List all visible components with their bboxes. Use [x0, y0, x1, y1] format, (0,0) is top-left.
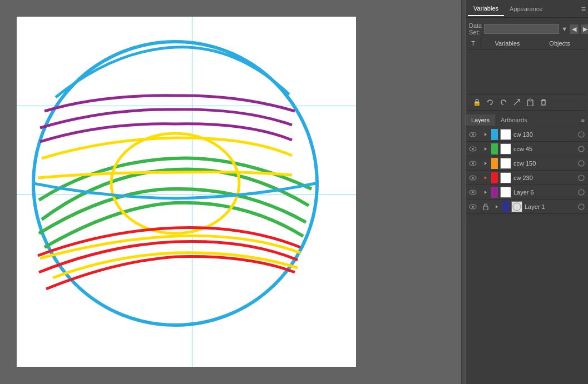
layer-color-ccw45 — [491, 143, 498, 154]
data-set-row: Data Set: ▼ ◀ ▶ — [468, 20, 586, 38]
layer-vis-cw230[interactable] — [466, 175, 480, 181]
svg-point-18 — [472, 148, 474, 150]
layer-target-ccw150[interactable] — [575, 160, 588, 167]
layer-row-layer6[interactable]: Layer 6 — [466, 185, 588, 200]
layer-target-ccw45[interactable] — [575, 146, 588, 152]
svg-point-14 — [472, 133, 474, 136]
layer-name-ccw150: ccw 150 — [513, 160, 575, 167]
layer-thumb-layer1 — [511, 201, 522, 212]
panel-tabs: Variables Appearance ≡ — [466, 0, 588, 18]
svg-point-30 — [472, 191, 474, 193]
layer-name-ccw45: ccw 45 — [513, 146, 575, 152]
variables-panel: Data Set: ▼ ◀ ▶ T Variables Objects 🔒 — [466, 18, 588, 113]
tab-layers[interactable]: Layers — [466, 114, 495, 126]
svg-marker-27 — [485, 176, 487, 179]
undo-icon[interactable] — [485, 97, 496, 108]
svg-rect-9 — [542, 101, 545, 105]
data-set-dropdown-arrow[interactable]: ▼ — [561, 26, 567, 32]
tab-artboards[interactable]: Artboards — [495, 114, 533, 126]
layer-color-layer1 — [502, 201, 509, 212]
svg-point-34 — [472, 206, 474, 208]
data-set-label: Data Set: — [469, 22, 482, 36]
tab-appearance[interactable]: Appearance — [504, 2, 548, 16]
layer-vis-ccw45[interactable] — [466, 146, 480, 152]
layer-row-cw130[interactable]: cw 130 — [466, 127, 588, 142]
layers-tabs: Layers Artboards ≡ — [466, 113, 588, 127]
layer-vis-layer1[interactable] — [466, 204, 480, 210]
svg-point-28 — [579, 175, 584, 181]
svg-marker-19 — [485, 147, 487, 151]
layer-thumb-cw230 — [500, 172, 511, 183]
layer-thumb-cw130 — [500, 129, 511, 140]
nav-prev-button[interactable]: ◀ — [570, 24, 579, 34]
layer-thumb-ccw45 — [500, 143, 511, 154]
layer-expand-cw130[interactable] — [480, 132, 491, 137]
layer-color-ccw150 — [491, 158, 498, 169]
layer-target-layer1[interactable] — [575, 203, 588, 210]
svg-point-0 — [33, 42, 317, 325]
layer-color-cw230 — [491, 172, 498, 183]
svg-point-16 — [579, 132, 584, 137]
layer-expand-ccw150[interactable] — [480, 161, 491, 166]
layer-color-layer6 — [491, 187, 498, 198]
layer-row-ccw45[interactable]: ccw 45 — [466, 142, 588, 156]
layer-target-cw230[interactable] — [575, 174, 588, 181]
var-col-t: T — [468, 38, 481, 49]
svg-point-1 — [111, 133, 239, 233]
layer-color-cw130 — [491, 129, 498, 140]
clipboard-icon[interactable] — [525, 97, 536, 108]
layer-vis-ccw150[interactable] — [466, 161, 480, 166]
svg-point-22 — [472, 162, 474, 164]
svg-line-4 — [514, 99, 520, 105]
layer-row-layer1[interactable]: Layer 1 — [466, 200, 588, 214]
svg-point-26 — [472, 177, 474, 179]
link-icon[interactable] — [511, 97, 522, 108]
panel-menu-button[interactable]: ≡ — [581, 4, 586, 13]
layers-panel: Layers Artboards ≡ cw 130 — [466, 113, 588, 384]
redo-icon[interactable] — [498, 97, 509, 108]
layer-target-cw130[interactable] — [575, 131, 588, 138]
layer-vis-layer6[interactable] — [466, 189, 480, 195]
var-col-variables[interactable]: Variables — [481, 38, 533, 49]
svg-point-32 — [579, 189, 584, 195]
panel-separator — [461, 0, 466, 384]
svg-point-37 — [513, 203, 521, 211]
svg-point-38 — [579, 204, 584, 210]
svg-point-20 — [579, 146, 584, 152]
layer-lock-layer1[interactable] — [480, 203, 491, 210]
layer-row-ccw150[interactable]: ccw 150 — [466, 156, 588, 171]
tab-variables[interactable]: Variables — [468, 2, 504, 16]
layer-row-cw230[interactable]: cw 230 — [466, 171, 588, 185]
layer-thumb-ccw150 — [500, 158, 511, 169]
layer-name-layer6: Layer 6 — [513, 189, 575, 196]
layer-name-layer1: Layer 1 — [525, 203, 575, 210]
layer-target-layer6[interactable] — [575, 189, 588, 196]
right-panel: Variables Appearance ≡ Data Set: ▼ ◀ ▶ T… — [466, 0, 588, 384]
variables-header: T Variables Objects — [468, 38, 586, 49]
variables-content — [468, 49, 586, 94]
layer-thumb-layer6 — [500, 187, 511, 198]
svg-rect-8 — [529, 99, 531, 101]
svg-point-24 — [579, 161, 584, 166]
canvas-area — [0, 0, 461, 384]
layer-expand-ccw45[interactable] — [480, 147, 491, 151]
svg-marker-31 — [485, 191, 487, 194]
layer-expand-cw230[interactable] — [480, 176, 491, 180]
layers-menu-button[interactable]: ≡ — [581, 117, 588, 123]
lock-icon[interactable]: 🔒 — [471, 97, 482, 108]
layer-expand-layer6[interactable] — [480, 190, 491, 195]
svg-rect-35 — [483, 206, 488, 210]
data-set-input[interactable] — [484, 24, 559, 34]
layer-expand-layer1[interactable] — [491, 205, 502, 209]
var-col-objects[interactable]: Objects — [533, 38, 586, 49]
layer-vis-cw130[interactable] — [466, 132, 480, 137]
delete-icon[interactable] — [538, 97, 549, 108]
svg-marker-36 — [496, 205, 498, 208]
layer-name-cw230: cw 230 — [513, 174, 575, 181]
variables-icon-toolbar: 🔒 — [468, 94, 586, 111]
artwork-svg — [0, 0, 378, 384]
svg-marker-15 — [485, 133, 487, 136]
layer-name-cw130: cw 130 — [513, 131, 575, 138]
svg-marker-23 — [485, 162, 487, 165]
nav-next-button[interactable]: ▶ — [581, 24, 588, 34]
